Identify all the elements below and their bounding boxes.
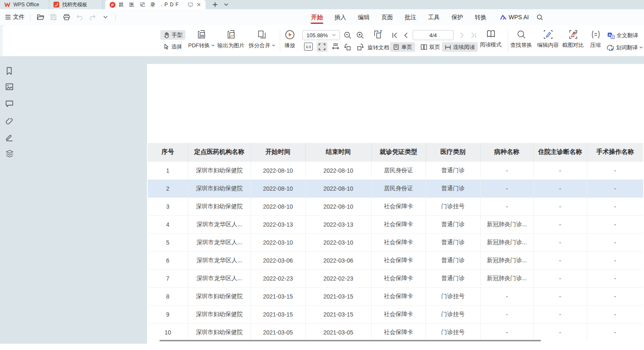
print-button[interactable]	[62, 13, 71, 22]
word-translate-label: 划词翻译	[616, 44, 638, 51]
hand-tool-button[interactable]: 手型	[160, 30, 185, 40]
table-cell: 2021-03-05	[305, 323, 371, 341]
tab-label: WPS Office	[13, 2, 39, 8]
monitor-icon[interactable]	[188, 2, 193, 8]
table-cell: -	[587, 233, 643, 251]
rotate-doc-button[interactable]: 旋转文档	[368, 44, 389, 51]
table-cell: -	[480, 197, 533, 215]
find-replace-button[interactable]: 查找替换	[509, 30, 534, 49]
main-menu: 开始 插入 编辑 页面 批注 工具 保护 转换 WPS AI	[305, 9, 547, 25]
menu-item-convert[interactable]: 转换	[469, 9, 492, 25]
first-page-button[interactable]	[390, 31, 399, 39]
compress-button[interactable]: 压缩	[586, 30, 605, 49]
chevron-down-icon	[272, 44, 275, 47]
layers-icon[interactable]	[5, 150, 14, 158]
table-cell: 普通门诊	[426, 161, 480, 179]
menu-item-edit[interactable]: 编辑	[352, 9, 375, 25]
attachment-icon[interactable]	[5, 117, 14, 125]
page-swap-button[interactable]	[372, 28, 385, 41]
edit-content-icon	[543, 30, 553, 39]
table-cell: -	[587, 305, 643, 323]
zoom-out-button[interactable]	[342, 31, 352, 40]
export-image-button[interactable]: 输出为图片	[215, 30, 247, 49]
menu-item-home[interactable]: 开始	[305, 9, 329, 25]
tab-label: 就 医 记 录 .PDF	[119, 1, 185, 8]
table-cell: 深圳市龙华区人...	[188, 215, 251, 233]
table-cell: -	[480, 323, 533, 341]
undo-button[interactable]	[75, 13, 84, 22]
zoom-level-select[interactable]: 105.88%	[302, 30, 340, 40]
zoom-in-button[interactable]	[355, 31, 365, 40]
menu-item-insert[interactable]: 插入	[329, 9, 352, 25]
rotate-right-button[interactable]	[355, 43, 365, 52]
table-header-row: 序号 定点医药机构名称 开始时间 结束时间 就诊凭证类型 医疗类别 病种名称 住…	[148, 143, 643, 161]
fit-page-button[interactable]	[317, 42, 327, 52]
table-cell: 新冠肺炎门诊...	[480, 269, 533, 287]
tab-document-pdf[interactable]: P 就 医 记 录 .PDF	[105, 0, 205, 9]
menu-item-page[interactable]: 页面	[375, 9, 399, 25]
comment-icon[interactable]	[5, 100, 14, 109]
full-translate-icon: A文	[607, 32, 615, 39]
menu-item-tools[interactable]: 工具	[422, 9, 446, 25]
bookmark-icon[interactable]	[5, 67, 14, 75]
read-mode-button[interactable]: 阅读模式	[479, 29, 503, 49]
menu-item-protect[interactable]: 保护	[446, 9, 469, 25]
play-icon	[285, 30, 295, 40]
table-cell: 2022-08-10	[305, 197, 371, 215]
records-tbody: 1深圳市妇幼保健院2022-08-102022-08-10居民身份证普通门诊--…	[148, 161, 643, 341]
single-page-button[interactable]: 单页	[390, 42, 415, 52]
actual-size-button[interactable]: 1:1	[304, 43, 313, 51]
zoom-level-value: 105.88%	[307, 32, 328, 38]
more-actions-chevron-icon[interactable]	[101, 13, 110, 22]
rotate-left-icon	[344, 43, 352, 51]
table-cell: 5	[148, 233, 188, 251]
table-cell: 深圳市妇幼保健院	[188, 179, 251, 197]
new-tab-icon[interactable]	[212, 2, 218, 8]
next-page-button[interactable]	[458, 31, 467, 39]
rotate-left-button[interactable]	[342, 43, 352, 52]
table-cell: 普通门诊	[426, 251, 480, 269]
redo-button[interactable]	[88, 13, 97, 22]
table-cell: 新冠肺炎门诊...	[480, 233, 533, 251]
open-file-button[interactable]	[36, 13, 45, 22]
play-button[interactable]: 播放	[280, 30, 300, 49]
close-icon[interactable]	[196, 2, 201, 7]
screenshot-compare-button[interactable]: 截图对比	[560, 30, 586, 49]
tab-bar-extras	[205, 0, 228, 9]
table-cell: 2022-03-06	[251, 251, 305, 269]
table-cell: 7	[148, 269, 188, 287]
table-cell: 2021-03-05	[251, 323, 305, 341]
full-translate-button[interactable]: A文 全文翻译	[607, 32, 638, 39]
thumbnail-icon[interactable]	[5, 83, 14, 92]
table-row: 7深圳市龙华区人...2022-02-232022-02-23社会保障卡普通门诊…	[148, 269, 643, 287]
menu-item-comment[interactable]: 批注	[399, 9, 422, 25]
pdf-file-icon: P	[109, 2, 116, 8]
play-label: 播放	[284, 42, 295, 49]
menu-search-icon[interactable]	[533, 14, 547, 21]
save-button[interactable]	[49, 13, 58, 22]
fit-width-button[interactable]	[330, 42, 341, 52]
col-header-operation-name: 手术操作名称	[587, 143, 643, 161]
file-menu-button[interactable]: 文件	[5, 13, 25, 21]
last-page-button[interactable]	[469, 31, 478, 39]
tab-wps-home[interactable]: WPS Office	[0, 0, 49, 9]
menu-item-wps-ai[interactable]: WPS AI	[492, 14, 533, 20]
pdf-convert-button[interactable]: W PDF转换	[186, 30, 216, 49]
page-indicator-input[interactable]	[413, 30, 454, 40]
continuous-read-button[interactable]: 连续阅读	[442, 42, 478, 52]
table-row: 9深圳市妇幼保健院2021-03-152021-03-15社会保障卡门诊挂号--…	[148, 305, 643, 323]
table-horizontal-scrollbar[interactable]	[160, 340, 541, 341]
edit-content-button[interactable]: 编辑内容	[535, 30, 560, 49]
svg-text:W: W	[200, 34, 204, 38]
word-translate-button[interactable]: A 划词翻译	[606, 44, 643, 51]
medical-records-table: 序号 定点医药机构名称 开始时间 结束时间 就诊凭证类型 医疗类别 病种名称 住…	[148, 143, 643, 341]
tab-docer-templates[interactable]: 找稻壳模板	[49, 0, 103, 9]
signature-pen-icon[interactable]	[5, 133, 14, 142]
table-cell: -	[533, 323, 587, 341]
tab-list-chevron-icon[interactable]	[224, 3, 228, 6]
prev-page-button[interactable]	[401, 31, 410, 39]
table-cell: 门诊挂号	[426, 287, 480, 305]
divider	[181, 29, 182, 52]
split-merge-button[interactable]: 拆分合并	[246, 30, 277, 49]
table-cell: 2022-03-13	[305, 215, 371, 233]
